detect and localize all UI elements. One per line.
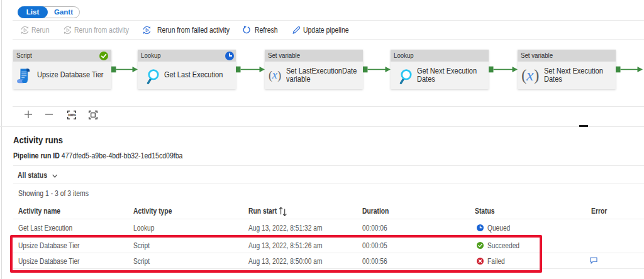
svg-text:): ) [277, 69, 281, 82]
svg-text:x: x [526, 68, 534, 84]
svg-text:): ) [534, 68, 539, 84]
svg-text:x: x [272, 68, 278, 81]
svg-text:100%: 100% [67, 113, 75, 117]
